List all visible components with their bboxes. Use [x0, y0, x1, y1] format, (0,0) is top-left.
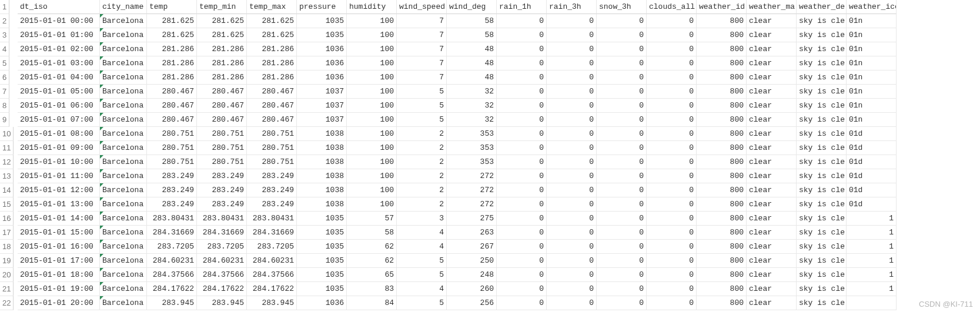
- cell-wind_deg[interactable]: 275: [447, 212, 497, 226]
- cell-weather_icon[interactable]: 01n: [847, 99, 897, 113]
- cell-pressure[interactable]: 1038: [297, 183, 347, 197]
- row-header[interactable]: 13: [0, 169, 14, 183]
- cell-weather_icon[interactable]: 1: [847, 282, 897, 296]
- cell-pressure[interactable]: 1035: [297, 212, 347, 226]
- cell-temp[interactable]: 281.625: [147, 28, 197, 42]
- cell-rain_3h[interactable]: 0: [547, 183, 597, 197]
- cell-weather_desc[interactable]: sky is cle: [797, 85, 847, 99]
- row-header[interactable]: 11: [0, 141, 14, 155]
- cell-humidity[interactable]: 57: [347, 212, 397, 226]
- cell-city_name[interactable]: Barcelona: [100, 240, 147, 254]
- cell-clouds_all[interactable]: 0: [647, 240, 697, 254]
- cell-temp_min[interactable]: 284.31669: [197, 226, 247, 240]
- cell-weather_icon[interactable]: 01d: [847, 141, 897, 155]
- column-header-humidity[interactable]: humidity: [347, 0, 397, 14]
- cell-dt_iso[interactable]: 2015-01-01 17:00: [18, 254, 100, 268]
- cell-city_name[interactable]: Barcelona: [100, 127, 147, 141]
- cell-pressure[interactable]: 1035: [297, 268, 347, 282]
- cell-rain_1h[interactable]: 0: [497, 197, 547, 212]
- cell-wind_deg[interactable]: 267: [447, 240, 497, 254]
- cell-temp_max[interactable]: 281.286: [247, 56, 297, 71]
- cell-weather_icon[interactable]: 01n: [847, 71, 897, 85]
- cell-temp[interactable]: 280.467: [147, 113, 197, 127]
- cell-humidity[interactable]: 100: [347, 183, 397, 197]
- cell-snow_3h[interactable]: 0: [597, 212, 647, 226]
- cell-dt_iso[interactable]: 2015-01-01 18:00: [18, 268, 100, 282]
- cell-snow_3h[interactable]: 0: [597, 28, 647, 42]
- cell-pressure[interactable]: 1037: [297, 113, 347, 127]
- cell-temp_max[interactable]: 281.625: [247, 28, 297, 42]
- cell-rain_1h[interactable]: 0: [497, 99, 547, 113]
- cell-temp[interactable]: 284.60231: [147, 254, 197, 268]
- cell-weather_main[interactable]: clear: [747, 226, 797, 240]
- cell-temp_min[interactable]: 281.286: [197, 71, 247, 85]
- cell-weather_main[interactable]: clear: [747, 127, 797, 141]
- cell-humidity[interactable]: 100: [347, 71, 397, 85]
- cell-weather_main[interactable]: clear: [747, 197, 797, 212]
- cell-weather_main[interactable]: clear: [747, 254, 797, 268]
- cell-wind_speed[interactable]: 3: [397, 212, 447, 226]
- cell-snow_3h[interactable]: 0: [597, 268, 647, 282]
- cell-weather_desc[interactable]: sky is cle: [797, 240, 847, 254]
- cell-wind_deg[interactable]: 32: [447, 99, 497, 113]
- cell-weather_desc[interactable]: sky is cle: [797, 296, 847, 310]
- cell-weather_id[interactable]: 800: [697, 268, 747, 282]
- cell-humidity[interactable]: 100: [347, 56, 397, 71]
- cell-weather_id[interactable]: 800: [697, 85, 747, 99]
- cell-weather_icon[interactable]: 01d: [847, 155, 897, 169]
- cell-wind_deg[interactable]: 272: [447, 183, 497, 197]
- cell-pressure[interactable]: 1035: [297, 14, 347, 28]
- cell-rain_3h[interactable]: 0: [547, 56, 597, 71]
- cell-rain_3h[interactable]: 0: [547, 85, 597, 99]
- cell-rain_3h[interactable]: 0: [547, 141, 597, 155]
- cell-dt_iso[interactable]: 2015-01-01 02:00: [18, 42, 100, 56]
- cell-rain_3h[interactable]: 0: [547, 113, 597, 127]
- cell-wind_deg[interactable]: 248: [447, 268, 497, 282]
- cell-wind_speed[interactable]: 5: [397, 85, 447, 99]
- column-header-temp_min[interactable]: temp_min: [197, 0, 247, 14]
- cell-dt_iso[interactable]: 2015-01-01 07:00: [18, 113, 100, 127]
- cell-clouds_all[interactable]: 0: [647, 99, 697, 113]
- row-header[interactable]: 3: [0, 28, 9, 42]
- cell-dt_iso[interactable]: 2015-01-01 15:00: [18, 226, 100, 240]
- cell-weather_id[interactable]: 800: [697, 71, 747, 85]
- cell-wind_speed[interactable]: 7: [397, 28, 447, 42]
- cell-pressure[interactable]: 1035: [297, 28, 347, 42]
- cell-humidity[interactable]: 100: [347, 155, 397, 169]
- cell-dt_iso[interactable]: 2015-01-01 04:00: [18, 71, 100, 85]
- cell-pressure[interactable]: 1037: [297, 85, 347, 99]
- cell-dt_iso[interactable]: 2015-01-01 11:00: [18, 169, 100, 183]
- cell-city_name[interactable]: Barcelona: [100, 197, 147, 212]
- cell-rain_1h[interactable]: 0: [497, 226, 547, 240]
- cell-temp_max[interactable]: 281.625: [247, 14, 297, 28]
- cell-weather_id[interactable]: 800: [697, 113, 747, 127]
- cell-clouds_all[interactable]: 0: [647, 296, 697, 310]
- cell-weather_icon[interactable]: 1: [847, 212, 897, 226]
- row-header[interactable]: 8: [0, 99, 9, 113]
- cell-weather_desc[interactable]: sky is cle: [797, 155, 847, 169]
- cell-temp_max[interactable]: 280.467: [247, 113, 297, 127]
- column-header-weather_main[interactable]: weather_ma: [747, 0, 797, 14]
- cell-temp[interactable]: 283.80431: [147, 212, 197, 226]
- cell-weather_id[interactable]: 800: [697, 99, 747, 113]
- cell-rain_1h[interactable]: 0: [497, 127, 547, 141]
- cell-dt_iso[interactable]: 2015-01-01 10:00: [18, 155, 100, 169]
- cell-weather_icon[interactable]: 01n: [847, 42, 897, 56]
- cell-wind_speed[interactable]: 2: [397, 155, 447, 169]
- cell-clouds_all[interactable]: 0: [647, 197, 697, 212]
- cell-weather_main[interactable]: clear: [747, 14, 797, 28]
- column-header-snow_3h[interactable]: snow_3h: [597, 0, 647, 14]
- cell-temp[interactable]: 281.625: [147, 14, 197, 28]
- cell-wind_deg[interactable]: 48: [447, 56, 497, 71]
- cell-temp_min[interactable]: 280.751: [197, 127, 247, 141]
- row-header[interactable]: 18: [0, 240, 14, 254]
- cell-temp_max[interactable]: 284.37566: [247, 268, 297, 282]
- cell-city_name[interactable]: Barcelona: [100, 268, 147, 282]
- cell-rain_1h[interactable]: 0: [497, 212, 547, 226]
- cell-wind_speed[interactable]: 2: [397, 127, 447, 141]
- cell-weather_desc[interactable]: sky is cle: [797, 169, 847, 183]
- cell-snow_3h[interactable]: 0: [597, 240, 647, 254]
- cell-city_name[interactable]: Barcelona: [100, 14, 147, 28]
- cell-wind_deg[interactable]: 260: [447, 282, 497, 296]
- cell-humidity[interactable]: 100: [347, 141, 397, 155]
